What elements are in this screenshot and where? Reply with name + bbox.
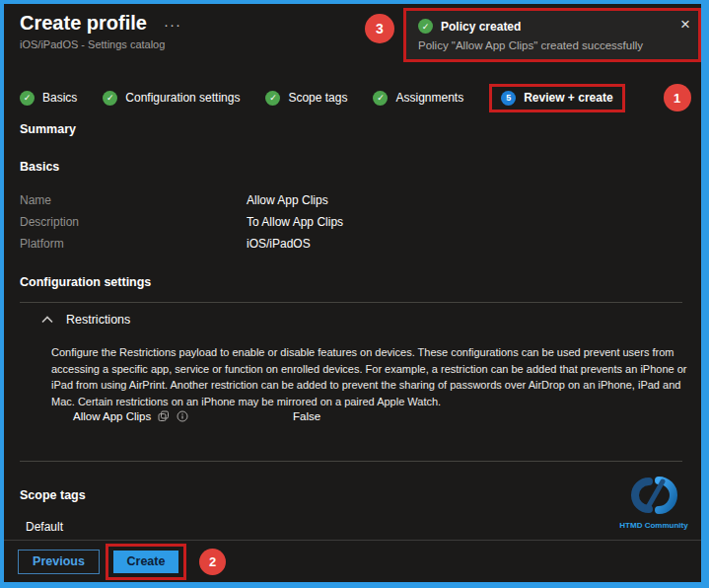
tab-label: Assignments — [395, 91, 463, 105]
step-number-icon: 5 — [501, 91, 516, 106]
divider — [20, 461, 682, 462]
footer-bar: Previous Create 2 — [4, 540, 701, 582]
htmd-community-logo: HTMD Community — [611, 475, 696, 530]
more-options-icon[interactable]: ··· — [164, 16, 181, 33]
check-icon: ✓ — [373, 91, 388, 106]
restrictions-label: Restrictions — [66, 313, 130, 327]
wizard-tabs: ✓ Basics ✓ Configuration settings ✓ Scop… — [20, 81, 691, 114]
annotation-box-toast: ✓ Policy created Policy "Allow App Clips… — [403, 8, 701, 62]
page-subtitle: iOS/iPadOS - Settings catalog — [20, 38, 165, 50]
success-check-icon: ✓ — [418, 19, 433, 34]
check-icon: ✓ — [20, 91, 35, 106]
tab-label: Basics — [42, 91, 77, 105]
tab-label: Configuration settings — [125, 91, 240, 105]
annotation-step-2: 2 — [199, 549, 226, 575]
toast-title: Policy created — [441, 20, 521, 34]
setting-value: False — [293, 410, 320, 422]
basics-summary-table: Name Allow App Clips Description To Allo… — [20, 189, 611, 255]
annotation-step-1: 1 — [664, 84, 691, 111]
toast-message: Policy "Allow App Clips" created success… — [418, 39, 643, 51]
window-frame: Create profile ··· iOS/iPadOS - Settings… — [0, 0, 709, 588]
row-label: Name — [20, 193, 247, 207]
tab-label: Scope tags — [288, 91, 347, 105]
divider — [20, 302, 682, 303]
tab-review-create[interactable]: 5 Review + create — [489, 84, 624, 112]
info-icon[interactable] — [177, 410, 188, 422]
create-button[interactable]: Create — [113, 551, 178, 573]
create-profile-blade: Create profile ··· iOS/iPadOS - Settings… — [4, 4, 701, 582]
row-value: Allow App Clips — [247, 193, 611, 207]
configuration-settings-heading: Configuration settings — [20, 275, 151, 289]
setting-row: Allow App Clips False — [4, 410, 701, 428]
table-row: Name Allow App Clips — [20, 189, 611, 211]
row-value: To Allow App Clips — [247, 215, 611, 229]
chevron-up-icon — [41, 316, 53, 324]
table-row: Description To Allow App Clips — [20, 211, 611, 233]
htmd-logo-text: HTMD Community — [611, 521, 696, 530]
check-icon: ✓ — [103, 91, 117, 106]
table-row: Platform iOS/iPadOS — [20, 233, 611, 255]
tab-scope-tags[interactable]: ✓ Scope tags — [265, 91, 347, 106]
annotation-step-3: 3 — [365, 14, 394, 43]
tab-configuration-settings[interactable]: ✓ Configuration settings — [103, 91, 240, 106]
scope-tags-heading: Scope tags — [20, 488, 86, 502]
copy-pages-icon — [158, 410, 170, 422]
tab-label: Review + create — [524, 91, 612, 105]
tab-basics[interactable]: ✓ Basics — [20, 91, 77, 106]
summary-heading: Summary — [20, 122, 76, 136]
row-label: Platform — [20, 237, 247, 251]
setting-name: Allow App Clips — [73, 410, 151, 422]
restrictions-section-header[interactable]: Restrictions — [41, 313, 130, 327]
toast-policy-created: ✓ Policy created Policy "Allow App Clips… — [406, 11, 698, 59]
annotation-box-create: Create — [106, 544, 186, 580]
basics-heading: Basics — [20, 160, 59, 174]
row-value: iOS/iPadOS — [247, 237, 611, 251]
check-icon: ✓ — [265, 91, 280, 106]
restrictions-description: Configure the Restrictions payload to en… — [51, 344, 688, 409]
close-icon[interactable]: × — [680, 15, 690, 35]
tab-assignments[interactable]: ✓ Assignments — [373, 91, 463, 106]
row-label: Description — [20, 215, 247, 229]
previous-button[interactable]: Previous — [18, 550, 100, 574]
scope-tag-value: Default — [26, 520, 63, 534]
page-title: Create profile — [20, 12, 147, 35]
htmd-logo-icon — [621, 475, 686, 516]
